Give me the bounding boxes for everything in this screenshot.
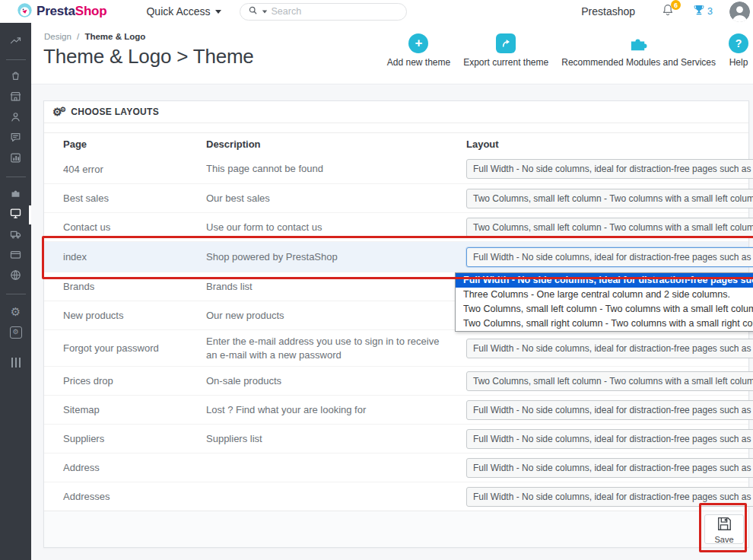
dropdown-option[interactable]: Full Width - No side columns, ideal for … — [456, 273, 753, 288]
page-cell: Suppliers — [63, 433, 206, 444]
layout-select[interactable]: Full Width - No side columns, ideal for … — [466, 159, 753, 179]
export-icon — [496, 33, 516, 53]
sidebar-item-orders[interactable] — [0, 67, 31, 88]
breadcrumb-theme-logo-link[interactable]: Theme & Logo — [84, 32, 145, 41]
search-icon — [248, 5, 258, 18]
avatar[interactable] — [729, 2, 750, 22]
action-label: Recommended Modules and Services — [561, 57, 716, 68]
header-action-buttons: +Add new themeExport current themeRecomm… — [387, 33, 748, 68]
sidebar-item-customer-service[interactable] — [0, 129, 31, 149]
layout-select[interactable]: Full Width - No side columns, ideal for … — [466, 458, 753, 478]
export-current-theme-button[interactable]: Export current theme — [463, 33, 548, 68]
add-new-theme-button[interactable]: +Add new theme — [387, 33, 450, 68]
layout-select[interactable]: Full Width - No side columns, ideal for … — [466, 487, 753, 507]
search-bar[interactable] — [240, 3, 407, 21]
table-row-forgot-your-password: Forgot your passwordEnter the e-mail add… — [44, 329, 748, 366]
action-label: Help — [729, 57, 748, 68]
description-cell: On-sale products — [206, 370, 466, 393]
description-cell: Lost ? Find what your are looking for — [206, 399, 466, 422]
table-row-404-error: 404 errorThis page cannot be foundFull W… — [44, 154, 748, 183]
recommended-modules-and-services-button[interactable]: Recommended Modules and Services — [561, 33, 716, 68]
description-cell: Our best sales — [206, 187, 466, 210]
add-icon: + — [408, 33, 428, 53]
table-row-prices-drop: Prices dropOn-sale productsTwo Columns, … — [44, 366, 748, 395]
dropdown-option[interactable]: Three Columns - One large central column… — [456, 288, 753, 302]
trophy-icon — [693, 4, 705, 19]
sidebar-nav: ⚙⚙ — [0, 23, 31, 560]
puzzle-icon — [629, 33, 649, 53]
quick-access-dropdown[interactable]: Quick Access — [146, 5, 221, 18]
table-header-row: Page Description Layout — [44, 133, 748, 154]
trend-icon — [9, 34, 22, 50]
sidebar-item-design[interactable] — [0, 205, 31, 225]
dropdown-option[interactable]: Two Columns, small right column - Two co… — [456, 317, 753, 331]
sidebar-item-shipping[interactable] — [0, 225, 31, 246]
notification-badge: 6 — [671, 0, 681, 10]
action-label: Export current theme — [463, 57, 548, 68]
layout-select[interactable]: Two Columns, small left column - Two col… — [466, 218, 753, 237]
save-button-label: Save — [714, 535, 733, 544]
gear-icon: ⚙ — [11, 305, 21, 319]
table-row-suppliers: SuppliersSuppliers listFull Width - No s… — [44, 424, 748, 453]
table-row-address: AddressFull Width - No side columns, ide… — [44, 453, 748, 482]
sidebar-item-stats[interactable] — [0, 149, 31, 170]
search-input[interactable] — [272, 6, 399, 17]
sidebar-item-advanced-parameters[interactable]: ⚙ — [0, 322, 31, 342]
achievements-button[interactable]: 3 — [693, 4, 713, 19]
basket-icon — [9, 69, 22, 85]
layout-select[interactable]: Two Columns, small left column - Two col… — [466, 189, 753, 208]
notifications-button[interactable]: 6 — [661, 3, 676, 20]
description-cell — [206, 463, 466, 473]
truck-icon — [9, 228, 22, 243]
logo-text-presta: Presta — [37, 4, 75, 18]
sidebar-item-international[interactable] — [0, 266, 31, 287]
page-cell: Prices drop — [63, 375, 206, 387]
layout-select[interactable]: Full Width - No side columns, ideal for … — [466, 429, 753, 449]
sidebar-item-modules[interactable] — [0, 184, 31, 205]
sidebar-item-configure[interactable]: ⚙ — [0, 301, 31, 322]
achievements-count: 3 — [707, 6, 713, 17]
description-cell: Use our form to contact us — [206, 216, 466, 239]
page-cell: Best sales — [63, 192, 206, 204]
search-scope-caret-icon[interactable] — [262, 10, 266, 13]
layout-select[interactable]: Full Width - No side columns, ideal for … — [466, 400, 753, 420]
page-cell: index — [63, 251, 206, 262]
shop-name-link[interactable]: Prestashop — [581, 5, 635, 18]
puzzle-icon — [9, 186, 22, 202]
description-cell: Shop powered by PrestaShop — [206, 246, 466, 269]
page-header: Design / Theme & Logo Theme & Logo > The… — [31, 23, 753, 84]
sidebar-item-catalog[interactable] — [0, 88, 31, 108]
workspace: ⚙⚙ CHOOSE LAYOUTS Page Description Layou… — [31, 84, 753, 560]
sidebar-item-dashboard[interactable] — [0, 32, 31, 52]
layouts-table: Page Description Layout 404 errorThis pa… — [44, 132, 748, 511]
sidebar-divider — [6, 294, 26, 294]
layout-select[interactable]: Full Width - No side columns, ideal for … — [466, 247, 753, 267]
column-header-layout: Layout — [466, 138, 729, 150]
column-header-page: Page — [63, 138, 206, 150]
layout-select[interactable]: Two Columns, small left column - Two col… — [466, 371, 753, 391]
dropdown-option[interactable]: Two Columns, small left column - Two col… — [456, 302, 753, 317]
save-button[interactable]: Save — [704, 514, 744, 544]
sidebar-divider — [6, 177, 26, 177]
description-cell: Our new products — [206, 304, 466, 327]
help-button[interactable]: ?Help — [729, 33, 748, 68]
prestashop-logo[interactable]: PrestaShop — [17, 2, 106, 21]
breadcrumb-separator: / — [77, 32, 79, 41]
page-cell: 404 error — [63, 164, 206, 175]
quick-access-label: Quick Access — [146, 5, 210, 18]
store-icon — [9, 90, 22, 106]
table-row-index: indexShop powered by PrestaShopFull Widt… — [44, 241, 748, 272]
sidebar-item-payment[interactable] — [0, 246, 31, 266]
page-cell: Addresses — [63, 491, 206, 502]
panel-header: ⚙⚙ CHOOSE LAYOUTS — [44, 101, 748, 123]
breadcrumb-design-link[interactable]: Design — [44, 32, 71, 41]
sidebar-item-collapse-menu[interactable] — [0, 353, 31, 374]
sidebar-item-customers[interactable] — [0, 108, 31, 129]
chat-icon — [9, 131, 22, 147]
collapse-icon — [10, 357, 21, 371]
page-cell: Address — [63, 462, 206, 473]
chevron-down-icon — [215, 10, 221, 14]
layout-select[interactable]: Full Width - No side columns, ideal for … — [466, 339, 753, 358]
description-cell: Suppliers list — [206, 428, 466, 450]
page-cell: Forgot your password — [63, 342, 206, 354]
